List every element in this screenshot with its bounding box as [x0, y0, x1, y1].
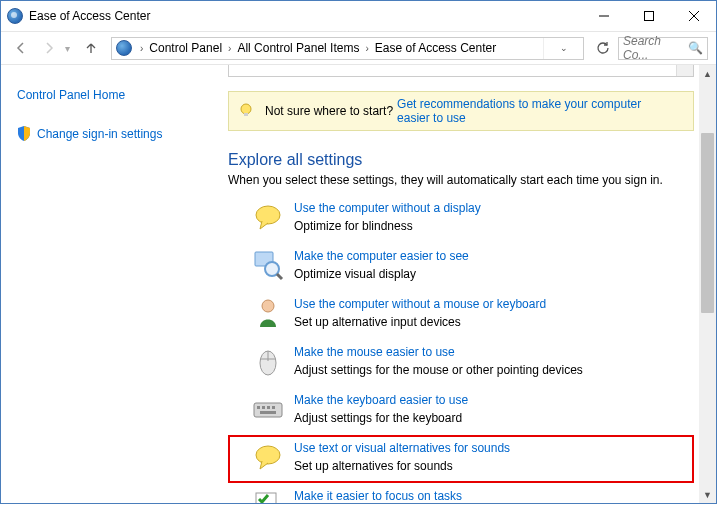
maximize-button[interactable]	[626, 2, 671, 31]
recent-dropdown[interactable]: ▾	[65, 43, 75, 54]
scroll-down-button[interactable]: ▼	[699, 486, 716, 503]
app-icon	[7, 8, 23, 24]
setting-link[interactable]: Use text or visual alternatives for soun…	[294, 441, 510, 455]
magnifier-icon	[252, 249, 284, 281]
setting-item-focus-tasks: Make it easier to focus on tasks	[228, 483, 694, 503]
sidebar-home-link[interactable]: Control Panel Home	[17, 83, 204, 107]
chevron-down-icon: ⌄	[560, 43, 568, 53]
svg-rect-15	[257, 406, 260, 409]
recommendation-link[interactable]: Get recommendations to make your compute…	[397, 97, 677, 125]
titlebar: Ease of Access Center	[1, 1, 716, 31]
setting-desc: Adjust settings for the mouse or other p…	[294, 363, 583, 377]
setting-desc: Set up alternative input devices	[294, 315, 546, 329]
speech-bubble-icon	[252, 201, 284, 233]
svg-point-6	[256, 206, 280, 224]
sidebar: Control Panel Home Change sign-in settin…	[1, 65, 216, 503]
crumb-sep-icon: ›	[361, 43, 372, 54]
setting-item-keyboard: Make the keyboard easier to use Adjust s…	[228, 387, 694, 435]
body: Control Panel Home Change sign-in settin…	[1, 65, 716, 503]
address-dropdown[interactable]: ⌄	[543, 38, 583, 59]
svg-rect-17	[267, 406, 270, 409]
shield-icon	[17, 126, 31, 141]
svg-point-4	[241, 104, 251, 114]
setting-link[interactable]: Use the computer without a mouse or keyb…	[294, 297, 546, 311]
svg-rect-5	[244, 113, 248, 116]
scroll-thumb[interactable]	[701, 133, 714, 313]
address-icon	[116, 40, 132, 56]
crumb-sep-icon: ›	[224, 43, 235, 54]
crumb-ease-of-access[interactable]: Ease of Access Center	[373, 41, 498, 55]
setting-link[interactable]: Make it easier to focus on tasks	[294, 489, 462, 503]
search-icon: 🔍	[688, 41, 703, 55]
setting-item-mouse: Make the mouse easier to use Adjust sett…	[228, 339, 694, 387]
crumb-all-items[interactable]: All Control Panel Items	[235, 41, 361, 55]
close-button[interactable]	[671, 2, 716, 31]
refresh-button[interactable]	[592, 37, 614, 59]
setting-item-sound-alternatives: Use text or visual alternatives for soun…	[228, 435, 694, 483]
svg-rect-19	[260, 411, 276, 414]
svg-point-8	[265, 262, 279, 276]
recommendation-box: Not sure where to start? Get recommendat…	[228, 91, 694, 131]
setting-link[interactable]: Use the computer without a display	[294, 201, 481, 215]
crumb-control-panel[interactable]: Control Panel	[147, 41, 224, 55]
window: Ease of Access Center ▾ › Control Panel …	[0, 0, 717, 504]
setting-desc: Optimize for blindness	[294, 219, 481, 233]
svg-rect-1	[644, 12, 653, 21]
sidebar-signin-link[interactable]: Change sign-in settings	[17, 121, 204, 146]
search-input[interactable]: Search Co... 🔍	[618, 37, 708, 60]
setting-item-no-mouse-keyboard: Use the computer without a mouse or keyb…	[228, 291, 694, 339]
svg-line-9	[277, 274, 282, 279]
speech-bubble-icon	[252, 441, 284, 473]
setting-desc: Adjust settings for the keyboard	[294, 411, 468, 425]
setting-item-no-display: Use the computer without a display Optim…	[228, 195, 694, 243]
svg-point-10	[262, 300, 274, 312]
address-bar[interactable]: › Control Panel › All Control Panel Item…	[111, 37, 584, 60]
window-title: Ease of Access Center	[29, 9, 150, 23]
navbar: ▾ › Control Panel › All Control Panel It…	[1, 31, 716, 65]
recommendation-prompt: Not sure where to start?	[265, 104, 393, 118]
setting-item-easier-see: Make the computer easier to see Optimize…	[228, 243, 694, 291]
search-placeholder: Search Co...	[623, 34, 688, 62]
settings-list: Use the computer without a display Optim…	[228, 195, 694, 503]
forward-button[interactable]	[37, 36, 61, 60]
svg-rect-14	[254, 403, 282, 417]
setting-desc: Optimize visual display	[294, 267, 469, 281]
person-icon	[252, 297, 284, 329]
back-button[interactable]	[9, 36, 33, 60]
svg-rect-18	[272, 406, 275, 409]
svg-rect-16	[262, 406, 265, 409]
setting-link[interactable]: Make the mouse easier to use	[294, 345, 583, 359]
lightbulb-icon	[237, 102, 255, 120]
checklist-icon	[252, 489, 284, 503]
main-content: Not sure where to start? Get recommendat…	[216, 65, 716, 503]
svg-point-20	[256, 446, 280, 464]
mouse-icon	[252, 345, 284, 377]
page-heading: Explore all settings	[228, 151, 362, 169]
setting-link[interactable]: Make the keyboard easier to use	[294, 393, 468, 407]
up-button[interactable]	[79, 36, 103, 60]
setting-link[interactable]: Make the computer easier to see	[294, 249, 469, 263]
minimize-button[interactable]	[581, 2, 626, 31]
crumb-sep-icon: ›	[136, 43, 147, 54]
setting-desc: Set up alternatives for sounds	[294, 459, 510, 473]
page-subheading: When you select these settings, they wil…	[228, 173, 694, 187]
quick-access-stub	[228, 65, 694, 77]
keyboard-icon	[252, 393, 284, 425]
scroll-up-button[interactable]: ▲	[699, 65, 716, 82]
sidebar-signin-label: Change sign-in settings	[37, 127, 162, 141]
window-controls	[581, 2, 716, 31]
scrollbar[interactable]: ▲ ▼	[699, 65, 716, 503]
